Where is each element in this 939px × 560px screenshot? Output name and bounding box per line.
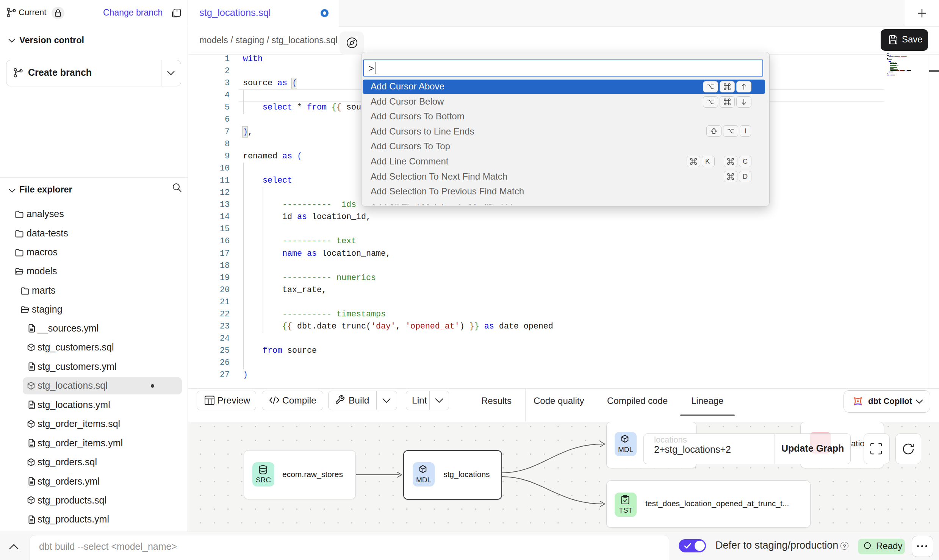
svg-text:K: K [705,158,710,165]
svg-text:I: I [744,127,746,135]
svg-text:D: D [743,173,748,180]
svg-text:C: C [743,158,748,165]
